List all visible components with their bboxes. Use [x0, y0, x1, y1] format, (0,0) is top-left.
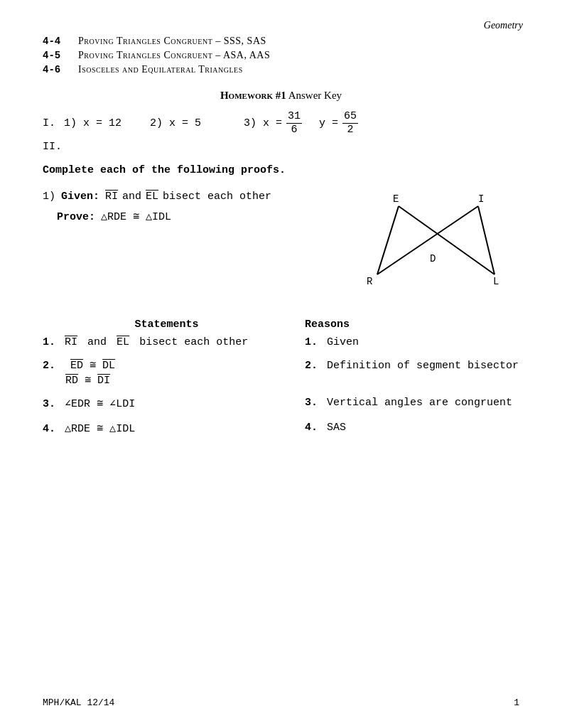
reason-2: Definition of segment bisector	[327, 360, 519, 372]
header-line-1: 4-4 Proving Triangles Congruent – SSS, S…	[43, 36, 519, 47]
prove-stmt: △RDE ≅ △IDL	[101, 210, 171, 223]
given-seg2: EL	[146, 191, 158, 203]
stmt-el: EL	[117, 336, 129, 348]
lesson-num-2: 4-5	[43, 50, 78, 61]
footer-left: MPH/KAL 12/14	[43, 697, 114, 708]
stmt-ri: RI	[65, 336, 77, 348]
stmt-col-1: 1. RI and EL bisect each other	[43, 336, 291, 348]
stmt-3: ∠EDR ≅ ∠LDI	[65, 398, 135, 410]
stmt-rd: RD	[65, 375, 78, 387]
reason-1: Given	[327, 336, 359, 348]
table-row-4: 4. △RDE ≅ △IDL 4. SAS	[43, 422, 519, 435]
stmt-num-4: 4.	[43, 423, 55, 435]
given-rest: bisect each other	[163, 191, 271, 203]
lesson-title-2: Proving Triangles Congruent – ASA, AAS	[78, 50, 270, 61]
page: Geometry 4-4 Proving Triangles Congruent…	[0, 0, 562, 728]
homework-label: Homework #1	[220, 90, 286, 101]
prove-line: Prove: △RDE ≅ △IDL	[57, 210, 349, 223]
fraction-denominator-6: 6	[290, 124, 299, 136]
reason-col-4: 4. SAS	[291, 422, 519, 434]
stmt-col-4: 4. △RDE ≅ △IDL	[43, 422, 291, 435]
table-headers: Statements Reasons	[43, 318, 519, 331]
given-seg1: RI	[105, 191, 118, 203]
label-I: I	[478, 193, 484, 205]
fraction-numerator-31: 31	[286, 110, 302, 124]
proof-table: Statements Reasons 1. RI and EL bisect e…	[43, 318, 519, 435]
header-line-3: 4-6 Isosceles and Equilateral Triangles	[43, 64, 519, 75]
prob-1: 1) x = 12	[64, 117, 121, 129]
reason-4: SAS	[327, 422, 346, 434]
label-E: E	[393, 193, 399, 205]
reason-num-1: 1.	[305, 336, 318, 348]
prob-2: 2) x = 5	[150, 117, 201, 129]
prob-3-label: 3) x =	[244, 117, 282, 129]
stmt-dl: DL	[102, 360, 115, 372]
problem-i-row: I. 1) x = 12 2) x = 5 3) x = 31 6 y = 65…	[43, 110, 519, 136]
homework-title: Homework #1 Answer Key	[43, 90, 519, 102]
fraction-65-2: 65 2	[342, 110, 358, 136]
header-line-2: 4-5 Proving Triangles Congruent – ASA, A…	[43, 50, 519, 61]
prove-label: Prove:	[57, 211, 95, 223]
fraction-denominator-2: 2	[346, 124, 355, 136]
footer-right: 1	[514, 697, 519, 708]
prob-3: 3) x = 31 6 y = 65 2	[244, 110, 360, 136]
lesson-title-3: Isosceles and Equilateral Triangles	[78, 64, 243, 75]
stmt-cong-1: ≅	[90, 360, 102, 372]
lesson-num-3: 4-6	[43, 64, 78, 75]
reason-col-1: 1. Given	[291, 336, 519, 348]
lesson-title-1: Proving Triangles Congruent – SSS, SAS	[78, 36, 266, 47]
stmt-4: △RDE ≅ △IDL	[65, 423, 135, 435]
svg-line-1	[377, 206, 478, 274]
fraction-31-6: 31 6	[286, 110, 302, 136]
proof-section: 1) Given: RI and EL bisect each other Pr…	[43, 191, 519, 304]
section-instruction: Complete each of the following proofs.	[43, 164, 519, 176]
footer: MPH/KAL 12/14 1	[43, 697, 519, 708]
diagram-container: E I D R L	[349, 191, 519, 304]
fraction-numerator-65: 65	[342, 110, 358, 124]
statements-header: Statements	[43, 318, 291, 331]
given-and: and	[122, 191, 141, 203]
prob-4-label: y =	[319, 117, 338, 129]
label-R: R	[367, 276, 373, 287]
svg-line-2	[377, 206, 399, 274]
table-row-3: 3. ∠EDR ≅ ∠LDI 3. Vertical angles are co…	[43, 397, 519, 410]
given-label: Given:	[61, 191, 99, 203]
reason-3: Vertical angles are congruent	[327, 397, 512, 409]
proof-number: 1)	[43, 191, 55, 203]
roman-i: I.	[43, 117, 55, 129]
label-D: D	[430, 253, 436, 264]
stmt-cong-2: ≅	[85, 375, 97, 387]
stmt-num-1: 1.	[43, 336, 55, 348]
stmt-2a: 2. ED ≅ DL	[43, 358, 291, 372]
stmt-and-1: and	[87, 336, 107, 348]
given-line: 1) Given: RI and EL bisect each other	[43, 191, 349, 203]
stmt-di: DI	[97, 375, 110, 387]
stmt-num-2: 2.	[43, 360, 55, 372]
homework-subtitle: Answer Key	[288, 90, 342, 101]
stmt-col-2: 2. ED ≅ DL RD ≅ DI	[43, 358, 291, 387]
reason-num-4: 4.	[305, 422, 318, 434]
label-L: L	[493, 276, 499, 287]
lesson-num-1: 4-4	[43, 36, 78, 47]
table-row-1: 1. RI and EL bisect each other 1. Given	[43, 336, 519, 348]
stmt-2b: RD ≅ DI	[65, 373, 291, 387]
reason-col-2: 2. Definition of segment bisector	[291, 360, 519, 372]
roman-ii: II.	[43, 141, 519, 153]
reasons-header: Reasons	[291, 318, 519, 331]
stmt-bisect: bisect each other	[139, 336, 248, 348]
proof-left: 1) Given: RI and EL bisect each other Pr…	[43, 191, 349, 304]
roman-ii-label: II.	[43, 141, 62, 153]
geometry-diagram: E I D R L	[356, 191, 512, 304]
header-section: 4-4 Proving Triangles Congruent – SSS, S…	[43, 36, 519, 75]
stmt-num-3: 3.	[43, 398, 55, 410]
stmt-ed: ED	[70, 360, 83, 372]
subject-label: Geometry	[484, 20, 523, 31]
reason-num-2: 2.	[305, 360, 318, 372]
reason-col-3: 3. Vertical angles are congruent	[291, 397, 519, 409]
reason-num-3: 3.	[305, 397, 318, 409]
stmt-indent: ED ≅ DL	[70, 360, 115, 372]
stmt-col-3: 3. ∠EDR ≅ ∠LDI	[43, 397, 291, 410]
table-row-2: 2. ED ≅ DL RD ≅ DI 2. Definition of segm…	[43, 358, 519, 387]
